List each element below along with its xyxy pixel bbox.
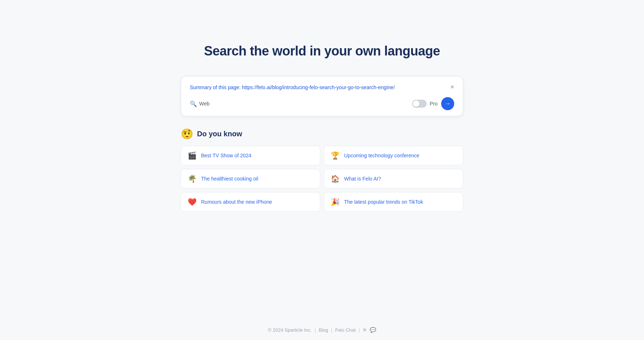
submit-button[interactable]: → bbox=[441, 97, 454, 110]
footer: © 2024 Sparticle Inc. | Blog | Felo Chat… bbox=[0, 320, 644, 340]
suggestion-item-tiktok[interactable]: 🎉The latest popular trends on TikTok bbox=[324, 192, 463, 212]
suggestion-emoji-tv-show: 🎬 bbox=[188, 151, 197, 160]
separator-1: | bbox=[315, 327, 316, 333]
separator-3: | bbox=[359, 327, 360, 333]
pro-toggle-switch[interactable] bbox=[412, 100, 427, 108]
suggestion-text-tiktok: The latest popular trends on TikTok bbox=[344, 199, 423, 205]
url-text: Summary of this page: https://felo.ai/bl… bbox=[190, 84, 450, 91]
suggestions-grid: 🎬Best TV Show of 2024🏆Upcoming technolog… bbox=[181, 146, 463, 212]
x-icon[interactable]: ✕ bbox=[363, 327, 367, 333]
do-you-know-title: Do you know bbox=[197, 130, 242, 138]
suggestion-text-cooking-oil: The healthiest cooking oil bbox=[201, 176, 258, 182]
url-value: https://felo.ai/blog/introducing-felo-se… bbox=[242, 84, 395, 90]
close-button[interactable]: × bbox=[450, 84, 454, 90]
url-row: Summary of this page: https://felo.ai/bl… bbox=[190, 84, 454, 91]
pro-label: Pro bbox=[430, 101, 438, 107]
do-you-know-emoji: 🤨 bbox=[181, 128, 193, 140]
do-you-know-section: 🤨 Do you know 🎬Best TV Show of 2024🏆Upco… bbox=[181, 128, 463, 212]
pro-toggle: Pro bbox=[412, 100, 438, 108]
suggestion-text-tv-show: Best TV Show of 2024 bbox=[201, 153, 251, 158]
toggle-knob bbox=[413, 100, 419, 107]
suggestion-emoji-felo-ai: 🏠 bbox=[331, 174, 340, 183]
separator-2: | bbox=[331, 327, 332, 333]
search-mode-label: Web bbox=[199, 101, 210, 107]
suggestion-item-tech-conference[interactable]: 🏆Upcoming technology conference bbox=[324, 146, 463, 165]
copyright: © 2024 Sparticle Inc. bbox=[268, 327, 312, 333]
suggestion-emoji-iphone: ❤️ bbox=[188, 198, 197, 206]
suggestion-text-tech-conference: Upcoming technology conference bbox=[344, 153, 419, 158]
discord-icon[interactable]: 💬 bbox=[370, 327, 376, 333]
suggestion-text-iphone: Rumours about the new iPhone bbox=[201, 199, 272, 205]
submit-arrow-icon: → bbox=[445, 100, 451, 107]
suggestion-emoji-cooking-oil: 🌴 bbox=[188, 174, 197, 183]
search-box: Summary of this page: https://felo.ai/bl… bbox=[181, 76, 463, 116]
blog-link[interactable]: Blog bbox=[319, 327, 328, 333]
suggestion-text-felo-ai: What is Felo AI? bbox=[344, 176, 381, 182]
search-icon: 🔍 bbox=[190, 100, 197, 107]
search-right: Pro → bbox=[412, 97, 454, 110]
felo-chat-link[interactable]: Felo Chat bbox=[335, 327, 355, 333]
url-prefix: Summary of this page: bbox=[190, 84, 242, 90]
search-controls: 🔍 Web Pro → bbox=[190, 97, 454, 110]
search-mode: 🔍 Web bbox=[190, 100, 210, 107]
page-title: Search the world in your own language bbox=[204, 43, 440, 59]
suggestion-emoji-tech-conference: 🏆 bbox=[331, 151, 340, 160]
suggestion-item-felo-ai[interactable]: 🏠What is Felo AI? bbox=[324, 169, 463, 188]
suggestion-emoji-tiktok: 🎉 bbox=[331, 198, 340, 206]
main-content: Search the world in your own language Su… bbox=[177, 0, 467, 320]
suggestion-item-tv-show[interactable]: 🎬Best TV Show of 2024 bbox=[181, 146, 320, 165]
suggestion-item-cooking-oil[interactable]: 🌴The healthiest cooking oil bbox=[181, 169, 320, 188]
do-you-know-header: 🤨 Do you know bbox=[181, 128, 463, 140]
suggestion-item-iphone[interactable]: ❤️Rumours about the new iPhone bbox=[181, 192, 320, 212]
